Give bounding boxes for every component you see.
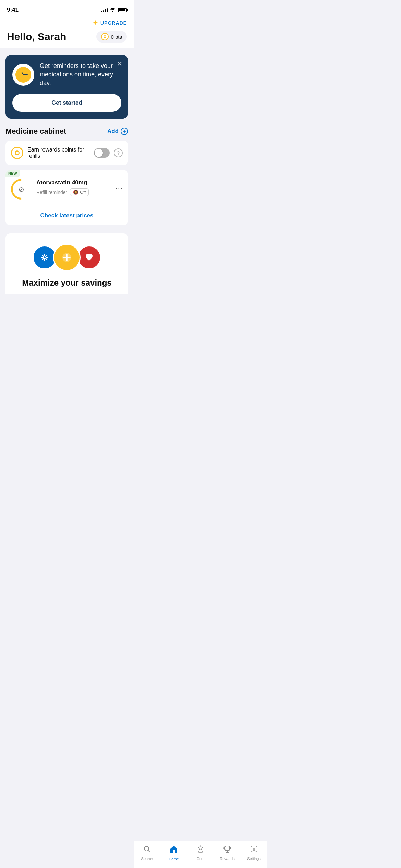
- rewards-toggle-card[interactable]: Earn rewards points for refills ?: [5, 141, 128, 165]
- medication-name: Atorvastatin 40mg: [36, 179, 111, 186]
- add-label: Add: [107, 128, 119, 135]
- savings-section: Maximize your savings: [5, 233, 128, 294]
- status-icons: [101, 7, 127, 13]
- check-prices-button[interactable]: Check latest prices: [5, 206, 128, 225]
- close-icon[interactable]: ✕: [117, 60, 123, 68]
- new-badge: NEW: [5, 170, 20, 177]
- refill-status: Off: [80, 190, 86, 195]
- heart-health-logo: [77, 245, 101, 269]
- bell-slash-icon: 🔕: [73, 190, 78, 195]
- upgrade-star-icon: ✦: [92, 19, 98, 27]
- signal-bars-icon: [101, 8, 108, 12]
- help-icon[interactable]: ?: [114, 148, 123, 157]
- points-value: 0 pts: [111, 34, 122, 40]
- medication-icon: ⊘: [11, 179, 32, 200]
- refill-reminder-row: Refill reminder 🔕 Off: [36, 188, 111, 196]
- header: ✦ UPGRADE Hello, Sarah 0 pts: [0, 17, 134, 48]
- medicine-cabinet-title: Medicine cabinet: [5, 127, 66, 136]
- refill-status-badge[interactable]: 🔕 Off: [70, 188, 89, 196]
- refill-label: Refill reminder: [36, 190, 67, 195]
- upgrade-row[interactable]: ✦ UPGRADE: [7, 19, 127, 27]
- add-circle-icon: +: [121, 128, 128, 135]
- reminder-card: ✕ Get reminders to take your medications…: [5, 55, 128, 119]
- more-options-icon[interactable]: ···: [116, 183, 123, 192]
- plus-health-logo: [53, 244, 81, 271]
- greeting-row: Hello, Sarah 0 pts: [7, 31, 127, 43]
- get-started-button[interactable]: Get started: [12, 94, 121, 112]
- rewards-toggle[interactable]: [94, 148, 110, 158]
- main-content: ✕ Get reminders to take your medications…: [0, 48, 134, 301]
- battery-icon: [118, 8, 127, 12]
- medication-top: NEW ⊘ Atorvastatin 40mg Refill reminder …: [5, 170, 128, 206]
- savings-logos: [12, 244, 121, 271]
- savings-title: Maximize your savings: [12, 278, 121, 288]
- reminder-top: Get reminders to take your medications o…: [12, 62, 121, 88]
- status-time: 9:41: [7, 7, 19, 13]
- upgrade-label[interactable]: UPGRADE: [100, 20, 127, 26]
- reminder-text: Get reminders to take your medications o…: [40, 62, 121, 88]
- greeting-text: Hello, Sarah: [7, 31, 66, 43]
- medication-card: NEW ⊘ Atorvastatin 40mg Refill reminder …: [5, 170, 128, 225]
- rewards-label: Earn rewards points for refills: [27, 147, 90, 159]
- points-badge[interactable]: 0 pts: [96, 31, 127, 43]
- medication-info: Atorvastatin 40mg Refill reminder 🔕 Off: [36, 179, 111, 196]
- toggle-knob: [95, 149, 103, 157]
- status-bar: 9:41: [0, 0, 134, 17]
- points-coin-icon: [101, 33, 109, 40]
- clock-icon: [12, 64, 34, 86]
- add-button[interactable]: Add +: [107, 128, 128, 135]
- medicine-cabinet-header: Medicine cabinet Add +: [5, 127, 128, 136]
- rewards-coin-icon: [11, 147, 23, 159]
- wifi-icon: [110, 7, 116, 13]
